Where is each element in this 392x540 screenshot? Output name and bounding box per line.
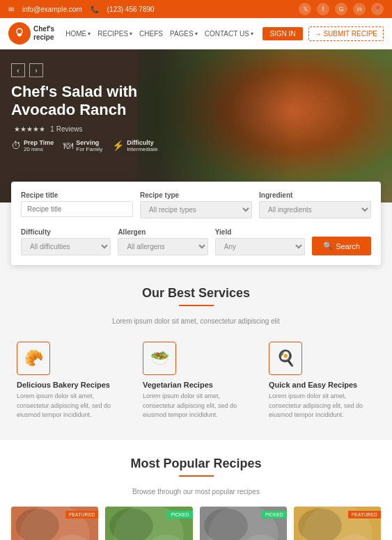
hero-rating: ★★★★★ 1 Reviews [11,124,381,134]
arrow-icon: → [315,30,322,38]
difficulty: ⚡ Difficulty Intermediate [112,139,157,152]
top-bar-contact: ✉ info@example.com 📞 (123) 456 7890 [8,6,155,13]
allergen-label: Allergen [118,228,207,236]
svg-point-0 [17,29,22,34]
vegetarian-title: Vegetarian Recipes [143,381,249,389]
logo-text: Chef's recipe [33,25,54,42]
recipe-image: FEATURED [11,507,98,541]
ingredient-field: Ingredient All ingredients [259,191,371,219]
quickeasy-text: Lorem ipsum dolor sit amet, consectetur … [269,392,375,420]
hero-arrows: ‹ › [11,63,381,77]
logo[interactable]: Chef's recipe [8,22,54,45]
hero-section: ‹ › Chef's Salad with Avocado Ranch ★★★★… [0,49,392,202]
hero-meta: ⏱ Prep Time 20 mins 🍽 Serving For Family… [11,139,381,152]
yield-field: Yield Any [215,228,305,255]
recipe-image: FEATURED [294,507,381,541]
hero-prev-arrow[interactable]: ‹ [11,63,25,77]
hero-next-arrow[interactable]: › [29,63,43,77]
difficulty-label: Difficulty [21,228,111,236]
nav-recipes[interactable]: RECIPES [97,30,132,38]
facebook-icon[interactable]: f [317,3,329,15]
nav-pages[interactable]: PAGES [170,30,198,38]
phone-text: (123) 456 7890 [107,6,155,13]
recipe-type-field: Recipe type All recipe types [140,191,252,219]
quickeasy-icon: 🍳 [269,342,302,375]
yield-label: Yield [215,228,305,236]
recipe-title-input[interactable] [21,201,133,217]
stars: ★★★★★ [14,125,45,133]
recipe-card[interactable]: PICKED Mushroom and cream cheese pizza P… [105,507,192,541]
bakery-icon: 🥐 [17,342,50,375]
nav-home[interactable]: HOME [65,30,91,38]
difficulty-icon: ⚡ [112,140,124,151]
ingredient-select[interactable]: All ingredients [259,201,371,219]
recipe-type-select[interactable]: All recipe types [140,201,252,219]
recipe-type-label: Recipe type [140,191,252,199]
recipe-card[interactable]: FEATURED Sneaky pumpkin and cheese muffi… [294,507,381,541]
popular-divider [179,475,214,477]
services-title: Our Best Services [11,286,381,301]
popular-title: Most Popular Recipes [11,456,381,471]
recipe-image: PICKED [105,507,192,541]
recipe-card[interactable]: FEATURED Pear and Gorgonzola Cheese Pizz… [11,507,98,541]
difficulty-field: Difficulty All difficulties [21,228,111,255]
services-subtitle: Lorem ipsum dolor sit amet, consectetur … [11,317,381,325]
twitter-icon[interactable]: 𝕏 [299,3,311,15]
search-button[interactable]: 🔍 Search [312,237,371,255]
recipe-image: PICKED [200,507,287,541]
signin-button[interactable]: SIGN IN [262,27,302,40]
services-divider [179,305,214,306]
ingredient-label: Ingredient [259,191,371,199]
top-bar: ✉ info@example.com 📞 (123) 456 7890 𝕏 f … [0,0,392,18]
recipe-title-label: Recipe title [21,191,133,199]
reviews-count: 1 Reviews [50,125,82,133]
services-grid: 🥐 Delicious Bakery Recipes Lorem ipsum d… [11,336,381,426]
clock-icon: ⏱ [11,140,21,151]
phone-icon: 📞 [91,6,99,13]
prep-time: ⏱ Prep Time 20 mins [11,139,54,152]
service-bakery: 🥐 Delicious Bakery Recipes Lorem ipsum d… [11,336,129,426]
google-plus-icon[interactable]: G [335,3,347,15]
allergen-select[interactable]: All allergens [118,238,207,255]
service-vegetarian: 🥗 Vegetarian Recipes Lorem ipsum dolor s… [137,336,255,426]
recipe-badge: PICKED [262,511,287,518]
linkedin-icon[interactable]: in [353,3,366,15]
serving: 🍽 Serving For Family [63,139,102,152]
submit-recipe-button[interactable]: → SUBMIT RECIPE [308,26,384,41]
recipe-title-field: Recipe title [21,191,133,219]
search-box: Recipe title Recipe type All recipe type… [11,182,381,265]
bakery-text: Lorem ipsum dolor sit amet, consectetur … [17,392,123,420]
quickeasy-title: Quick and Easy Recipes [269,381,375,389]
recipe-card[interactable]: PICKED Vegan lasagne with eggplant becha… [200,507,287,541]
logo-icon [8,22,31,45]
yield-select[interactable]: Any [215,238,305,255]
vegetarian-icon: 🥗 [143,342,176,375]
map-icon[interactable]: 📍 [371,3,384,15]
hero-title: Chef's Salad with Avocado Ranch [11,83,164,120]
allergen-field: Allergen All allergens [118,228,207,255]
difficulty-select[interactable]: All difficulties [21,238,111,255]
search-row-2: Difficulty All difficulties Allergen All… [21,225,371,255]
navbar: Chef's recipe HOME RECIPES CHEFS PAGES C… [0,18,392,49]
nav-chefs[interactable]: CHEFS [139,30,163,38]
social-links: 𝕏 f G in 📍 [299,3,384,15]
recipe-badge: FEATURED [65,511,98,518]
vegetarian-text: Lorem ipsum dolor sit amet, consectetur … [143,392,249,420]
popular-subtitle: Browse through our most popular recipes [11,488,381,495]
nav-links: HOME RECIPES CHEFS PAGES CONTACT US [65,30,257,38]
bakery-title: Delicious Bakery Recipes [17,381,123,389]
recipe-badge: PICKED [167,511,192,518]
nav-contact[interactable]: CONTACT US [205,30,253,38]
email-text: info@example.com [22,6,82,13]
search-row-1: Recipe title Recipe type All recipe type… [21,191,371,219]
hero-content: ‹ › Chef's Salad with Avocado Ranch ★★★★… [0,49,392,166]
service-quickeasy: 🍳 Quick and Easy Recipes Lorem ipsum dol… [263,336,381,426]
search-icon: 🔍 [323,241,333,251]
email-icon: ✉ [8,6,14,13]
recipe-badge: FEATURED [348,511,381,518]
serving-icon: 🍽 [63,140,73,151]
services-section: Our Best Services Lorem ipsum dolor sit … [0,265,392,440]
recipes-grid: FEATURED Pear and Gorgonzola Cheese Pizz… [11,507,381,541]
popular-section: Most Popular Recipes Browse through our … [0,440,392,541]
